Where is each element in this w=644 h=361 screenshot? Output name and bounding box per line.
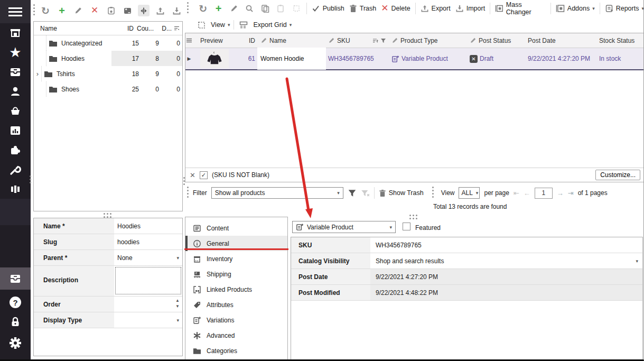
export-up-icon[interactable] xyxy=(154,5,166,16)
addons-button[interactable]: Addons ▾ xyxy=(556,4,595,13)
settings-gear-icon[interactable] xyxy=(9,337,22,349)
paste-icon[interactable] xyxy=(275,3,286,14)
product-row[interactable]: ▶ 61 Women Hoodie WH3456789765 Variable … xyxy=(185,48,643,70)
tree-label[interactable]: Shoes xyxy=(58,86,121,93)
next-page-icon[interactable]: → xyxy=(557,189,564,197)
sidebar-item-active[interactable] xyxy=(0,267,31,290)
help-icon[interactable]: ? xyxy=(9,296,22,309)
col-id[interactable]: ID xyxy=(116,25,136,32)
expand-chevron-icon[interactable]: › xyxy=(34,70,41,78)
page-number-input[interactable] xyxy=(535,188,553,199)
paste-special-icon[interactable] xyxy=(291,3,301,14)
grip-handle[interactable] xyxy=(187,2,189,15)
product-name[interactable]: Women Hoodie xyxy=(257,48,326,70)
preview-clipboard-icon[interactable] xyxy=(105,5,117,16)
tree-label[interactable]: Uncategorized xyxy=(58,40,121,47)
store-icon[interactable] xyxy=(9,26,22,39)
tree-label[interactable]: Hoodies xyxy=(58,55,111,62)
last-page-icon[interactable]: ⇥ xyxy=(568,189,574,197)
wrench-icon[interactable] xyxy=(9,163,22,176)
grid-menu-icon[interactable] xyxy=(185,38,193,43)
per-page-select[interactable]: ALL ▾ xyxy=(459,187,480,199)
split-columns-icon[interactable] xyxy=(138,5,150,16)
show-trash-button[interactable]: Show Trash xyxy=(379,189,424,197)
filter-checkbox[interactable]: ✓ xyxy=(200,171,208,179)
col-id[interactable]: ID xyxy=(241,37,257,44)
col-product-type[interactable]: Product Type xyxy=(389,37,468,44)
col-post-date[interactable]: Post Date xyxy=(526,37,597,44)
apply-filter-funnel-icon[interactable] xyxy=(348,189,357,197)
tab-attributes[interactable]: Attributes xyxy=(185,297,287,312)
edit-pencil-icon[interactable] xyxy=(229,3,239,14)
menu-icon[interactable] xyxy=(0,0,31,23)
add-icon[interactable]: + xyxy=(56,5,68,16)
tree-label[interactable]: Tshirts xyxy=(53,70,121,78)
col-stock-status[interactable]: Stock Status xyxy=(597,37,643,44)
chart-icon[interactable] xyxy=(9,124,22,137)
export-grid-button[interactable]: Export Grid▾ xyxy=(253,21,292,29)
tab-variations[interactable]: Variations xyxy=(185,312,287,328)
trash-button[interactable]: Trash xyxy=(349,4,377,13)
tab-content[interactable]: Content xyxy=(185,220,287,236)
grip-handle[interactable] xyxy=(432,187,434,199)
delete-button[interactable]: ✕ Delete xyxy=(381,4,410,13)
refresh-icon[interactable]: ↻ xyxy=(40,5,51,16)
close-icon[interactable]: ✕ xyxy=(190,171,195,179)
image-adjust-icon[interactable] xyxy=(122,5,133,16)
tab-linked-products[interactable]: Linked Products xyxy=(185,282,287,297)
copy-icon[interactable] xyxy=(260,3,270,14)
tab-shipping[interactable]: Shipping xyxy=(185,266,287,282)
row-expander-icon[interactable]: ▶ xyxy=(185,56,193,61)
parent-select[interactable]: None ▾ xyxy=(114,250,182,265)
tab-inventory[interactable]: Inventory xyxy=(185,251,287,266)
display-type-select[interactable]: ▾ xyxy=(114,312,182,328)
grip-handle[interactable] xyxy=(33,4,35,17)
col-d[interactable]: D... xyxy=(156,25,174,32)
spinner-arrows-icon[interactable]: ▲▼ xyxy=(175,298,180,309)
first-page-icon[interactable]: ⇤ xyxy=(514,189,519,197)
filter-funnel-icon[interactable] xyxy=(380,38,386,43)
col-sku[interactable]: SKU xyxy=(326,37,389,44)
col-post-status[interactable]: Post Status xyxy=(468,37,526,44)
archive-icon[interactable] xyxy=(9,66,22,78)
customers-icon[interactable] xyxy=(9,85,22,98)
grip-handle[interactable] xyxy=(104,213,112,215)
tab-advanced[interactable]: Advanced xyxy=(185,328,287,343)
product-type-select[interactable]: Variable Product ▾ xyxy=(292,221,396,233)
tree-row-hoodies[interactable]: Hoodies 1780 xyxy=(34,51,182,66)
col-name[interactable]: Name xyxy=(257,37,326,44)
tab-categories[interactable]: Categories xyxy=(185,343,287,358)
catalog-visibility-select[interactable]: Shop and search results ▾ xyxy=(370,253,642,269)
tree-row-shoes[interactable]: Shoes 2500 xyxy=(34,81,182,97)
refresh-icon[interactable]: ↻ xyxy=(198,3,208,14)
columns-icon[interactable] xyxy=(9,183,22,196)
import-button[interactable]: Import xyxy=(455,4,485,13)
product-name-cell[interactable]: Women Hoodie xyxy=(257,48,326,70)
featured-checkbox[interactable] xyxy=(403,223,410,230)
sku-field[interactable]: WH3456789765 xyxy=(370,237,642,253)
grip-handle[interactable] xyxy=(30,175,31,185)
products-filter-select[interactable]: Show all products ▾ xyxy=(211,187,343,199)
view-button[interactable]: View▾ xyxy=(211,21,230,29)
tree-row-uncategorized[interactable]: Uncategorized 1590 xyxy=(34,35,182,51)
add-icon[interactable]: + xyxy=(213,3,223,14)
col-count[interactable]: Cou... xyxy=(136,25,156,32)
delete-x-icon[interactable]: ✕ xyxy=(89,5,100,16)
customize-button[interactable]: Customize... xyxy=(595,170,640,180)
reports-button[interactable]: Reports ▾ xyxy=(605,4,644,13)
star-icon[interactable]: ★ xyxy=(9,46,22,59)
category-tree-header[interactable]: Name ID Cou... D... xyxy=(34,22,182,35)
tree-row-tshirts[interactable]: › Tshirts 1890 xyxy=(34,66,182,81)
mass-changer-button[interactable]: Mass Changer xyxy=(495,1,546,16)
search-icon[interactable] xyxy=(244,3,255,14)
product-thumbnail[interactable] xyxy=(193,49,241,68)
grip-handle[interactable] xyxy=(187,187,189,199)
edit-pencil-icon[interactable] xyxy=(72,5,84,16)
grip-handle[interactable] xyxy=(409,215,418,216)
import-down-icon[interactable] xyxy=(171,5,182,16)
prev-page-icon[interactable]: ← xyxy=(524,189,530,197)
col-preview[interactable]: Preview xyxy=(193,37,241,44)
order-spinner[interactable]: ▲▼ xyxy=(114,297,182,312)
lock-icon[interactable] xyxy=(9,316,22,328)
name-field[interactable]: Hoodies xyxy=(114,218,182,234)
